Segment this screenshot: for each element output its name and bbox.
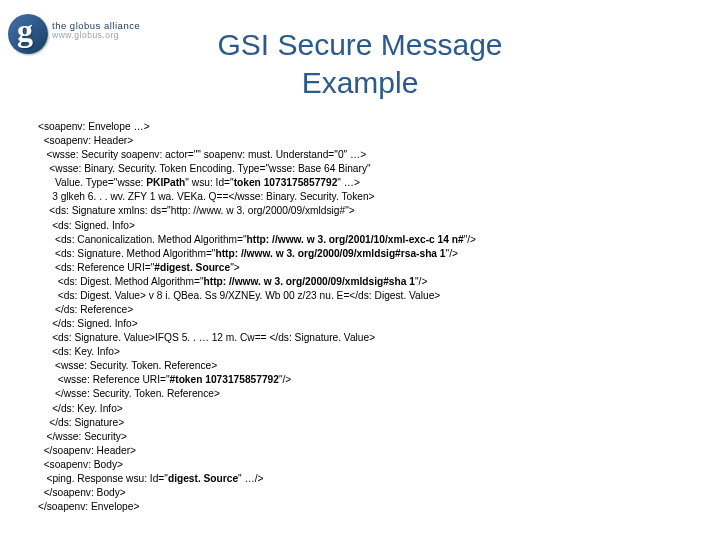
code-line: <ping. Response wsu: Id="digest. Source"… — [38, 473, 264, 484]
code-line: </ds: Reference> — [38, 304, 133, 315]
code-line: <ds: Signature. Value>IFQS 5. . … 12 m. … — [38, 332, 375, 343]
bold: http: //www. w 3. org/2001/10/xml-exc-c … — [247, 234, 464, 245]
bold: token 1073175857792 — [234, 177, 338, 188]
code-line: <wsse: Security. Token. Reference> — [38, 360, 217, 371]
code-line: </wsse: Security. Token. Reference> — [38, 388, 220, 399]
code-line: <ds: Signature xmlns: ds="http: //www. w… — [38, 205, 355, 216]
code-line: <ds: Canonicalization. Method Algorithm=… — [38, 234, 476, 245]
code-line: <ds: Key. Info> — [38, 346, 120, 357]
code-line: <ds: Signed. Info> — [38, 220, 135, 231]
xml-code-block: <soapenv: Envelope …> <soapenv: Header> … — [38, 120, 700, 514]
code-line: </ds: Key. Info> — [38, 403, 123, 414]
slide-title: GSI Secure MessageExample — [0, 26, 720, 101]
bold: http: //www. w 3. org/2000/09/xmldsig#rs… — [215, 248, 445, 259]
bold: digest. Source — [168, 473, 238, 484]
code-line: <ds: Reference URI="#digest. Source"> — [38, 262, 240, 273]
code-line: </soapenv: Envelope> — [38, 501, 139, 512]
code-line: <soapenv: Body> — [38, 459, 123, 470]
code-line: <soapenv: Header> — [38, 135, 133, 146]
code-line: <wsse: Reference URI="#token 10731758577… — [38, 374, 291, 385]
code-line: <ds: Signature. Method Algorithm="http: … — [38, 248, 458, 259]
code-line: <wsse: Security soapenv: actor="" soapen… — [38, 149, 366, 160]
code-line: </ds: Signed. Info> — [38, 318, 138, 329]
bold: PKIPath — [146, 177, 185, 188]
code-line: </soapenv: Header> — [38, 445, 136, 456]
code-line: <ds: Digest. Value> v 8 i. QBea. Ss 9/XZ… — [38, 290, 440, 301]
code-line: <ds: Digest. Method Algorithm="http: //w… — [38, 276, 427, 287]
code-line: Value. Type="wsse: PKIPath" wsu: Id="tok… — [38, 177, 360, 188]
code-line: 3 glkeh 6. . . wv. ZFY 1 wa. VEKa. Q==</… — [38, 191, 375, 202]
bold: #token 1073175857792 — [170, 374, 279, 385]
code-line: <wsse: Binary. Security. Token Encoding.… — [38, 163, 371, 174]
bold: http: //www. w 3. org/2000/09/xmldsig#sh… — [204, 276, 415, 287]
code-line: </ds: Signature> — [38, 417, 124, 428]
bold: #digest. Source — [154, 262, 230, 273]
code-line: <soapenv: Envelope …> — [38, 121, 150, 132]
code-line: </soapenv: Body> — [38, 487, 126, 498]
code-line: </wsse: Security> — [38, 431, 127, 442]
